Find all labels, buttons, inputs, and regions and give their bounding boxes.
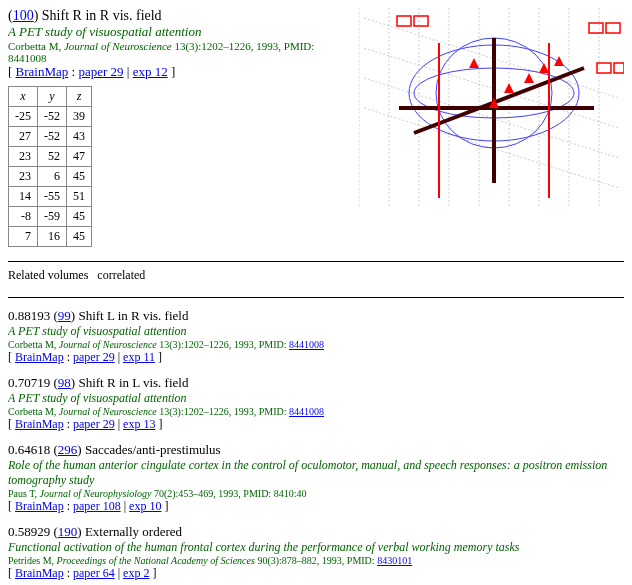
related-study-desc: A PET study of visuospatial attention <box>8 391 624 406</box>
svg-marker-21 <box>469 58 479 68</box>
related-study-desc: Functional activation of the human front… <box>8 540 624 555</box>
brainmap-paper-link[interactable]: paper 29 <box>78 64 123 79</box>
related-entry-head: 0.88193 (99) Shift L in R vis. field <box>8 308 624 324</box>
related-study-desc: A PET study of visuospatial attention <box>8 324 624 339</box>
main-entry-title: (100) Shift R in R vis. field <box>8 8 351 24</box>
related-brainmap-line: [ BrainMap : paper 29 | exp 11 ] <box>8 350 624 365</box>
citation-journal: Journal of Neuroscience <box>64 40 172 52</box>
related-brainmap-line: [ BrainMap : paper 29 | exp 13 ] <box>8 417 624 432</box>
bm-sep: : <box>68 64 78 79</box>
brainmap-link[interactable]: BrainMap <box>15 417 64 431</box>
coords-cell: 51 <box>67 187 92 207</box>
related-id-link[interactable]: 99 <box>58 308 71 323</box>
svg-rect-32 <box>614 63 624 73</box>
related-brainmap-line: [ BrainMap : paper 108 | exp 10 ] <box>8 499 624 514</box>
main-title-rest: ) Shift R in R vis. field <box>34 8 162 23</box>
svg-rect-27 <box>397 16 411 26</box>
main-study-desc: A PET study of visuospatial attention <box>8 24 351 40</box>
related-entry: 0.58929 (190) Externally orderedFunction… <box>8 524 624 581</box>
related-study-desc: Role of the human anterior cingulate cor… <box>8 458 624 488</box>
related-entry-head: 0.64618 (296) Saccades/anti-prestimulus <box>8 442 624 458</box>
section-label: Related volumes correlated <box>8 268 624 283</box>
svg-line-10 <box>364 48 619 128</box>
section-label-a: Related volumes <box>8 268 88 282</box>
coords-cell: 6 <box>38 167 67 187</box>
svg-marker-24 <box>539 63 549 73</box>
coords-table: xyz -25-523927-52432352472364514-5551-8-… <box>8 86 92 247</box>
brainmap-link[interactable]: BrainMap <box>15 566 64 580</box>
related-id-link[interactable]: 98 <box>58 375 71 390</box>
citation-author: Corbetta M, <box>8 40 64 52</box>
brainmap-paper-link[interactable]: paper 64 <box>73 566 115 580</box>
related-entry: 0.70719 (98) Shift R in L vis. fieldA PE… <box>8 375 624 432</box>
table-row: -25-5239 <box>9 107 92 127</box>
coords-cell: 23 <box>9 167 38 187</box>
related-id-link[interactable]: 190 <box>58 524 78 539</box>
bm-mid: | <box>124 64 133 79</box>
related-id-link[interactable]: 296 <box>58 442 78 457</box>
brainmap-link[interactable]: BrainMap <box>15 350 64 364</box>
related-entry: 0.88193 (99) Shift L in R vis. fieldA PE… <box>8 308 624 365</box>
coords-cell: 39 <box>67 107 92 127</box>
divider <box>8 261 624 262</box>
coords-cell: -59 <box>38 207 67 227</box>
table-row: 23645 <box>9 167 92 187</box>
bm-close: ] <box>168 64 176 79</box>
main-brainmap-line: [ BrainMap : paper 29 | exp 12 ] <box>8 64 351 80</box>
svg-line-9 <box>364 18 619 98</box>
pmid-link[interactable]: 8441008 <box>289 406 324 417</box>
section-label-b: correlated <box>97 268 145 282</box>
brainmap-exp-link[interactable]: exp 13 <box>123 417 155 431</box>
table-row: 27-5243 <box>9 127 92 147</box>
coords-header: x <box>9 87 38 107</box>
svg-rect-28 <box>414 16 428 26</box>
related-entry-head: 0.58929 (190) Externally ordered <box>8 524 624 540</box>
brainmap-link[interactable]: BrainMap <box>15 499 64 513</box>
pmid-link[interactable]: 8430101 <box>377 555 412 566</box>
brainmap-exp-link[interactable]: exp 11 <box>123 350 155 364</box>
coords-header: y <box>38 87 67 107</box>
coords-cell: -25 <box>9 107 38 127</box>
related-entry-head: 0.70719 (98) Shift R in L vis. field <box>8 375 624 391</box>
table-row: -8-5945 <box>9 207 92 227</box>
svg-rect-30 <box>606 23 620 33</box>
related-citation: Corbetta M, Journal of Neuroscience 13(3… <box>8 406 624 417</box>
svg-marker-25 <box>554 56 564 66</box>
table-row: 14-5551 <box>9 187 92 207</box>
coords-cell: 47 <box>67 147 92 167</box>
coords-cell: -52 <box>38 127 67 147</box>
related-citation: Petrides M, Proceedings of the National … <box>8 555 624 566</box>
brainmap-exp-link[interactable]: exp 2 <box>123 566 149 580</box>
related-entry: 0.64618 (296) Saccades/anti-prestimulusR… <box>8 442 624 514</box>
coords-cell: 7 <box>9 227 38 247</box>
brain-visualization <box>359 8 624 208</box>
svg-marker-23 <box>524 73 534 83</box>
brainmap-paper-link[interactable]: paper 29 <box>73 350 115 364</box>
bm-open: [ <box>8 64 16 79</box>
svg-marker-22 <box>504 83 514 93</box>
coords-cell: 45 <box>67 227 92 247</box>
brainmap-exp-link[interactable]: exp 10 <box>129 499 161 513</box>
main-citation: Corbetta M, Journal of Neuroscience 13(3… <box>8 40 351 64</box>
coords-cell: 16 <box>38 227 67 247</box>
main-id-link[interactable]: 100 <box>13 8 34 23</box>
divider <box>8 297 624 298</box>
table-row: 71645 <box>9 227 92 247</box>
table-row: 235247 <box>9 147 92 167</box>
coords-cell: 23 <box>9 147 38 167</box>
related-citation: Corbetta M, Journal of Neuroscience 13(3… <box>8 339 624 350</box>
coords-cell: 45 <box>67 207 92 227</box>
related-citation: Paus T, Journal of Neurophysiology 70(2)… <box>8 488 624 499</box>
brainmap-paper-link[interactable]: paper 29 <box>73 417 115 431</box>
coords-cell: 43 <box>67 127 92 147</box>
coords-header: z <box>67 87 92 107</box>
brainmap-paper-link[interactable]: paper 108 <box>73 499 121 513</box>
coords-cell: 14 <box>9 187 38 207</box>
pmid-link[interactable]: 8441008 <box>289 339 324 350</box>
related-brainmap-line: [ BrainMap : paper 64 | exp 2 ] <box>8 566 624 581</box>
coords-cell: -55 <box>38 187 67 207</box>
coords-cell: -8 <box>9 207 38 227</box>
coords-cell: -52 <box>38 107 67 127</box>
brainmap-link[interactable]: BrainMap <box>16 64 69 79</box>
brainmap-exp-link[interactable]: exp 12 <box>133 64 168 79</box>
